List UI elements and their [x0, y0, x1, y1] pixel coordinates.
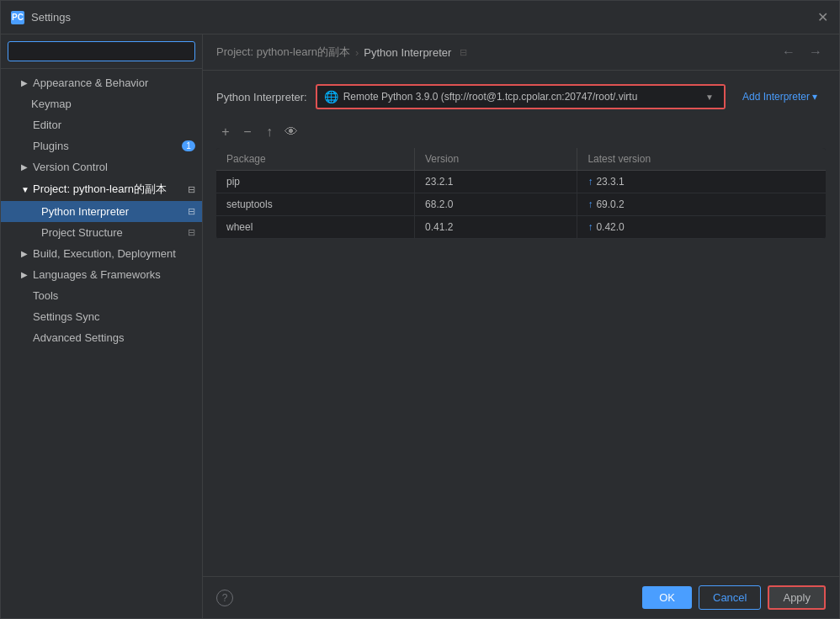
main-panel: Project: python-learn的副本 › Python Interp… [203, 34, 839, 618]
latest-version-value: 69.0.2 [596, 198, 624, 210]
search-input[interactable] [8, 41, 195, 61]
package-version: 23.2.1 [415, 171, 577, 193]
sidebar-item-appearance[interactable]: ▶ Appearance & Behavior [1, 72, 202, 93]
sidebar-item-project[interactable]: ▼ Project: python-learn的副本 ⊟ [1, 177, 202, 201]
chevron-right-icon: ▶ [21, 162, 29, 172]
ok-button[interactable]: OK [642, 586, 692, 609]
package-latest: ↑ 69.0.2 [577, 193, 826, 216]
sidebar-item-build[interactable]: ▶ Build, Execution, Deployment [1, 243, 202, 264]
dialog-title: Settings [31, 11, 816, 24]
sidebar-item-version-control[interactable]: ▶ Version Control [1, 156, 202, 177]
sidebar-item-plugins[interactable]: ▶ Plugins 1 [1, 135, 202, 156]
help-button[interactable]: ? [216, 590, 233, 606]
settings-dialog: PC Settings ✕ ▶ Appearance & Behavior Ke… [0, 0, 840, 619]
sidebar-item-label: Languages & Frameworks [33, 268, 161, 281]
main-content: Python Interpreter: 🌐 Remote Python 3.9.… [203, 71, 839, 576]
latest-version-value: 23.3.1 [596, 176, 624, 188]
table-header-row: Package Version Latest version [216, 148, 826, 171]
remove-package-button[interactable]: − [238, 123, 257, 141]
sidebar-item-label: Project: python-learn的副本 [33, 182, 167, 197]
column-header-version: Version [415, 148, 577, 171]
sidebar-item-label: Keymap [31, 98, 72, 110]
sidebar-item-settings-sync[interactable]: ▶ Settings Sync [1, 306, 202, 327]
upgrade-arrow-icon: ↑ [587, 198, 593, 210]
plugins-badge: 1 [182, 140, 195, 151]
content-area: ▶ Appearance & Behavior Keymap ▶ Editor … [1, 34, 839, 618]
sidebar-item-python-interpreter[interactable]: Python Interpreter ⊟ [1, 201, 202, 222]
interpreter-dropdown[interactable]: 🌐 Remote Python 3.9.0 (sftp://root@1.tcp… [317, 86, 724, 108]
settings-icon: ⊟ [188, 206, 195, 217]
show-details-button[interactable]: 👁 [282, 123, 300, 141]
dropdown-arrow-icon: ▼ [705, 93, 714, 102]
interpreter-row: Python Interpreter: 🌐 Remote Python 3.9.… [216, 84, 826, 109]
chevron-right-icon: ▶ [21, 78, 29, 87]
package-name: setuptools [216, 193, 415, 216]
packages-table: Package Version Latest version pip 23.2.… [216, 148, 826, 239]
sidebar-item-keymap[interactable]: Keymap [1, 93, 202, 114]
app-icon: PC [11, 11, 24, 24]
package-latest: ↑ 23.3.1 [577, 171, 826, 193]
package-name: wheel [216, 216, 415, 239]
upgrade-arrow-icon: ↑ [587, 176, 593, 188]
sidebar: ▶ Appearance & Behavior Keymap ▶ Editor … [1, 34, 203, 618]
sidebar-item-label: Version Control [33, 161, 108, 173]
breadcrumb: Project: python-learn的副本 › Python Interp… [203, 34, 839, 71]
packages-toolbar: + − ↑ 👁 [216, 123, 826, 141]
chevron-down-icon: ▼ [21, 185, 29, 194]
table-row[interactable]: setuptools 68.2.0 ↑ 69.0.2 [216, 193, 826, 216]
sidebar-item-label: Plugins [33, 140, 69, 152]
sidebar-item-editor[interactable]: ▶ Editor [1, 114, 202, 135]
interpreter-dropdown-wrapper: 🌐 Remote Python 3.9.0 (sftp://root@1.tcp… [316, 84, 726, 109]
package-version: 0.41.2 [415, 216, 577, 239]
add-interpreter-arrow-icon: ▾ [812, 91, 817, 103]
breadcrumb-current: Python Interpreter [364, 46, 451, 59]
breadcrumb-parent: Project: python-learn的副本 [216, 45, 350, 60]
latest-version-value: 0.42.0 [596, 221, 624, 233]
sidebar-item-label: Build, Execution, Deployment [33, 247, 176, 260]
sidebar-item-advanced-settings[interactable]: ▶ Advanced Settings [1, 327, 202, 348]
interpreter-label: Python Interpreter: [216, 91, 307, 103]
search-box [1, 34, 202, 69]
settings-icon: ⊟ [188, 227, 195, 238]
table-row[interactable]: wheel 0.41.2 ↑ 0.42.0 [216, 216, 826, 239]
add-interpreter-button[interactable]: Add Interpreter ▾ [734, 87, 826, 107]
sidebar-item-label: Tools [33, 289, 58, 302]
sidebar-items: ▶ Appearance & Behavior Keymap ▶ Editor … [1, 69, 202, 618]
table-row[interactable]: pip 23.2.1 ↑ 23.3.1 [216, 171, 826, 193]
sidebar-item-tools[interactable]: ▶ Tools [1, 285, 202, 306]
add-interpreter-label: Add Interpreter [742, 91, 810, 103]
upgrade-arrow-icon: ↑ [587, 221, 593, 233]
chevron-right-icon: ▶ [21, 270, 29, 279]
nav-arrows: ← → [779, 43, 826, 61]
forward-button[interactable]: → [805, 43, 826, 61]
app-icon-text: PC [12, 13, 24, 22]
breadcrumb-icon: ⊟ [460, 47, 467, 58]
chevron-right-icon: ▶ [21, 249, 29, 258]
title-bar: PC Settings ✕ [1, 1, 839, 34]
packages-body: pip 23.2.1 ↑ 23.3.1 setuptools 68.2.0 ↑ … [216, 171, 826, 239]
upgrade-package-button[interactable]: ↑ [260, 123, 279, 141]
column-header-package: Package [216, 148, 415, 171]
settings-icon: ⊟ [188, 184, 195, 195]
sidebar-item-label: Editor [33, 119, 61, 131]
add-package-button[interactable]: + [216, 123, 235, 141]
interpreter-value: Remote Python 3.9.0 (sftp://root@1.tcp.c… [343, 91, 700, 103]
interpreter-icon: 🌐 [324, 90, 338, 103]
sidebar-item-label: Python Interpreter [41, 205, 129, 218]
sidebar-item-label: Project Structure [41, 226, 123, 239]
sidebar-item-label: Appearance & Behavior [33, 77, 148, 89]
apply-button[interactable]: Apply [768, 585, 826, 610]
sidebar-item-label: Advanced Settings [33, 331, 124, 344]
package-version: 68.2.0 [415, 193, 577, 216]
close-button[interactable]: ✕ [816, 11, 829, 24]
sidebar-item-languages[interactable]: ▶ Languages & Frameworks [1, 264, 202, 285]
sidebar-item-project-structure[interactable]: Project Structure ⊟ [1, 222, 202, 243]
cancel-button[interactable]: Cancel [699, 585, 761, 610]
footer: ? OK Cancel Apply [203, 576, 839, 618]
back-button[interactable]: ← [779, 43, 799, 61]
package-name: pip [216, 171, 415, 193]
package-latest: ↑ 0.42.0 [577, 216, 826, 239]
breadcrumb-separator: › [355, 46, 359, 59]
sidebar-item-label: Settings Sync [33, 310, 100, 323]
column-header-latest: Latest version [577, 148, 826, 171]
